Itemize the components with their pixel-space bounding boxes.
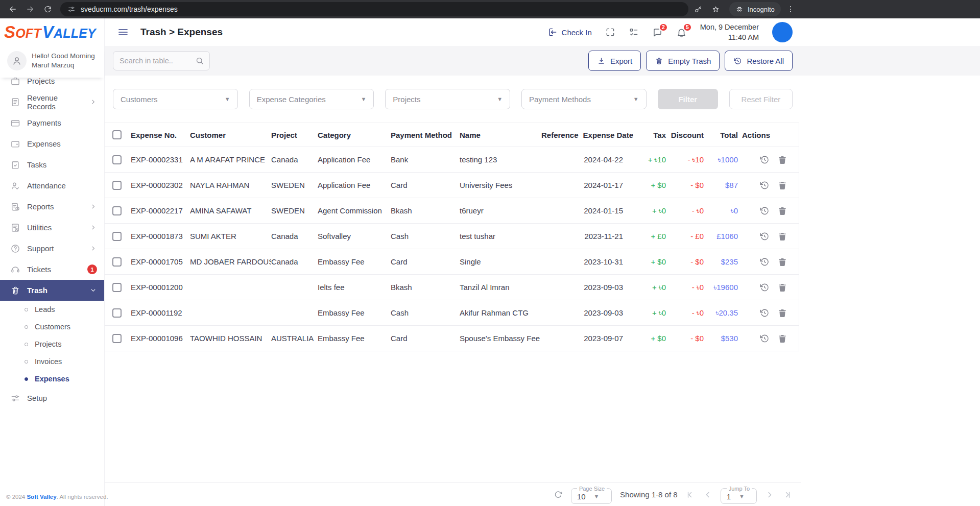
check-in-button[interactable]: Check In (547, 27, 592, 37)
restore-all-button[interactable]: Restore All (725, 51, 793, 71)
cell-name: test tushar (460, 232, 541, 240)
delete-row-button[interactable] (777, 180, 787, 190)
column-header-discount: Discount (670, 131, 708, 139)
delete-row-button[interactable] (777, 206, 787, 216)
cell-discount: - ৳10 (670, 155, 708, 164)
last-page-button[interactable] (782, 490, 792, 499)
cell-actions (742, 231, 791, 242)
filter-select-expense-categories[interactable]: Expense Categories▼ (249, 89, 374, 109)
logo[interactable]: SoftValley (0, 18, 104, 46)
brand-link[interactable]: Soft Valley (27, 494, 56, 500)
first-page-button[interactable] (686, 490, 695, 499)
hamburger-menu-button[interactable] (117, 26, 129, 38)
row-checkbox[interactable] (112, 308, 122, 318)
browser-reload-button[interactable] (40, 2, 55, 17)
address-bar[interactable]: sveducrm.com/trash/expenses (60, 2, 688, 16)
sidebar-item-tickets[interactable]: Tickets1 (0, 259, 104, 280)
sidebar-item-support[interactable]: Support (0, 238, 104, 259)
delete-row-button[interactable] (777, 257, 787, 267)
filter-select-customers[interactable]: Customers▼ (113, 89, 238, 109)
row-checkbox[interactable] (112, 257, 122, 267)
sidebar-item-trash[interactable]: Trash (0, 280, 104, 301)
cell-payment-method: Card (391, 257, 460, 266)
row-checkbox[interactable] (112, 155, 122, 164)
search-input[interactable] (119, 57, 192, 65)
sidebar-item-utilities[interactable]: Utilities (0, 217, 104, 238)
cell-expense-no: EXP-00002217 (131, 206, 190, 215)
row-checkbox[interactable] (112, 334, 122, 343)
select-all-checkbox[interactable] (112, 130, 122, 139)
site-settings-icon[interactable] (67, 5, 76, 13)
fullscreen-button[interactable] (605, 27, 615, 37)
bookmark-button[interactable] (708, 2, 723, 17)
restore-row-button[interactable] (759, 155, 770, 165)
trash-submenu-projects[interactable]: Projects (0, 335, 104, 353)
restore-row-button[interactable] (759, 231, 770, 242)
password-manager-button[interactable] (690, 2, 706, 17)
cell-payment-method: Bank (391, 155, 460, 164)
prev-page-button[interactable] (703, 490, 712, 499)
delete-row-button[interactable] (777, 155, 787, 165)
restore-row-button[interactable] (759, 206, 770, 216)
restore-row-button[interactable] (759, 257, 770, 267)
filter-select-projects[interactable]: Projects▼ (385, 89, 510, 109)
row-checkbox[interactable] (112, 283, 122, 292)
task-list-button[interactable] (629, 27, 639, 37)
restore-row-button[interactable] (759, 180, 770, 190)
trash-submenu-leads[interactable]: Leads (0, 301, 104, 318)
row-checkbox[interactable] (112, 206, 122, 215)
row-checkbox[interactable] (112, 181, 122, 190)
restore-row-button[interactable] (759, 282, 770, 293)
trash-submenu-invoices[interactable]: Invoices (0, 353, 104, 370)
browser-menu-button[interactable] (783, 2, 798, 17)
delete-row-button[interactable] (777, 308, 787, 318)
filter-select-payment-methods[interactable]: Payment Methods▼ (521, 89, 647, 109)
jump-to-select[interactable]: Jump To 1 ▼ (721, 486, 757, 504)
browser-forward-button[interactable] (22, 2, 38, 17)
chevron-right-icon (89, 224, 97, 231)
restore-row-button[interactable] (759, 308, 770, 318)
chat-button[interactable]: 2 (652, 27, 663, 38)
filter-button[interactable]: Filter (658, 89, 718, 109)
trash-submenu-customers[interactable]: Customers (0, 318, 104, 335)
reset-filter-button[interactable]: Reset Filter (729, 89, 793, 109)
sidebar-item-projects[interactable]: Projects (0, 78, 104, 91)
cell-project: Canada (271, 257, 318, 266)
page-size-select[interactable]: Page Size 10 ▼ (571, 486, 612, 504)
sidebar-item-revenue-records[interactable]: Revenue Records (0, 91, 104, 112)
export-button[interactable]: Export (588, 51, 641, 71)
cell-expense-date: 2023-09-03 (579, 283, 637, 292)
sidebar-item-setup[interactable]: Setup (0, 388, 104, 408)
empty-trash-button[interactable]: Empty Trash (646, 51, 720, 71)
reload-icon (43, 5, 52, 14)
trash-submenu-expenses[interactable]: Expenses (0, 370, 104, 388)
notifications-button[interactable]: 5 (676, 27, 687, 38)
profile-avatar[interactable] (772, 22, 793, 42)
cell-name: Tanzil Al Imran (460, 283, 541, 292)
delete-row-button[interactable] (777, 231, 787, 242)
restore-row-button[interactable] (759, 333, 770, 344)
refresh-button[interactable] (554, 490, 563, 499)
cell-customer: A M ARAFAT PRINCE (190, 155, 271, 164)
sidebar-item-expenses[interactable]: Expenses (0, 133, 104, 154)
person-icon (11, 55, 22, 66)
sidebar-item-label: Payments (27, 118, 61, 127)
sidebar-item-reports[interactable]: Reports (0, 196, 104, 217)
user-name: Maruf Marzuq (32, 61, 95, 70)
table-row: EXP-00001192Embassy FeeCashAkifur Rahman… (105, 300, 799, 326)
sidebar-item-payments[interactable]: Payments (0, 112, 104, 133)
browser-back-button[interactable] (5, 2, 20, 17)
sidebar-item-attendance[interactable]: Attendance (0, 175, 104, 196)
cell-total: £1060 (708, 232, 742, 240)
cell-expense-no: EXP-00001873 (131, 232, 190, 240)
sidebar-item-label: Expenses (27, 139, 61, 148)
delete-row-button[interactable] (777, 333, 787, 344)
row-checkbox[interactable] (112, 232, 122, 241)
next-page-button[interactable] (765, 490, 774, 499)
sidebar-item-tasks[interactable]: Tasks (0, 154, 104, 175)
cell-total: $530 (708, 334, 742, 343)
cell-customer: MD JOBAER FARDOUS (190, 257, 271, 266)
cell-expense-no: EXP-00002302 (131, 181, 190, 189)
delete-row-button[interactable] (777, 282, 787, 293)
fullscreen-icon (605, 27, 615, 37)
